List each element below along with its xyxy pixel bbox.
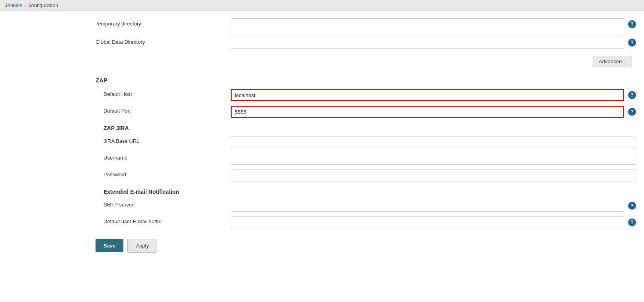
label-jira-base-url: JIRA Base URL	[103, 136, 231, 144]
advanced-row: Advanced...	[0, 52, 644, 71]
section-heading-email-notification: Extended E-mail Notification	[0, 184, 644, 197]
breadcrumb-current: configuration	[29, 2, 58, 8]
help-icon-default-port[interactable]: ?	[628, 108, 636, 116]
advanced-button[interactable]: Advanced...	[593, 56, 632, 67]
control-username	[231, 153, 636, 165]
control-default-host: ?	[231, 89, 636, 101]
label-username: Username	[103, 153, 231, 161]
control-smtp-server: ?	[231, 200, 636, 212]
section-heading-zap-jira: ZAP JIRA	[0, 120, 644, 134]
input-smtp-server[interactable]	[231, 200, 624, 212]
form-container: Temporary directory ? Global Data Direct…	[0, 11, 644, 269]
input-temporary-directory[interactable]	[231, 18, 624, 30]
help-icon-temporary-directory[interactable]: ?	[628, 20, 636, 28]
control-global-data-directory: ?	[231, 37, 636, 49]
form-row-jira-base-url: JIRA Base URL	[0, 134, 644, 150]
form-row-username: Username	[0, 150, 644, 167]
form-row-default-port: Default Port ?	[0, 103, 644, 120]
input-password[interactable]	[231, 170, 636, 181]
form-row-default-host: Default Host ?	[0, 87, 644, 103]
form-row-password: Password	[0, 167, 644, 184]
breadcrumb: Jenkins › configuration	[0, 0, 644, 11]
form-row-smtp-server: SMTP server ?	[0, 197, 644, 214]
save-button[interactable]: Save	[96, 239, 123, 252]
form-row-email-suffix: Default user E-mail suffix ?	[0, 214, 644, 231]
label-default-port: Default Port	[103, 106, 231, 114]
form-row-global-data-directory: Global Data Directory ?	[0, 33, 644, 52]
input-jira-base-url[interactable]	[231, 136, 636, 148]
help-icon-email-suffix[interactable]: ?	[628, 218, 636, 226]
label-smtp-server: SMTP server	[103, 200, 231, 208]
label-default-host: Default Host	[103, 89, 231, 97]
help-icon-smtp-server[interactable]: ?	[628, 202, 636, 210]
apply-button[interactable]: Apply	[127, 239, 157, 253]
input-global-data-directory[interactable]	[231, 37, 624, 49]
input-email-suffix[interactable]	[231, 216, 624, 228]
input-default-host[interactable]	[231, 89, 624, 101]
label-password: Password	[103, 170, 231, 177]
breadcrumb-separator: ›	[25, 3, 26, 8]
control-email-suffix: ?	[231, 216, 636, 228]
section-heading-zap: ZAP	[0, 71, 644, 87]
input-username[interactable]	[231, 153, 636, 165]
control-jira-base-url	[231, 136, 636, 148]
input-default-port[interactable]	[231, 106, 624, 118]
control-default-port: ?	[231, 106, 636, 118]
label-email-suffix: Default user E-mail suffix	[103, 216, 231, 224]
help-icon-default-host[interactable]: ?	[628, 91, 636, 99]
control-temporary-directory: ?	[231, 18, 636, 30]
control-password	[231, 170, 636, 181]
label-global-data-directory: Global Data Directory	[96, 37, 231, 45]
help-icon-global-data-directory[interactable]: ?	[628, 39, 636, 47]
form-row-temporary-directory: Temporary directory ?	[0, 15, 644, 33]
main-content: Temporary directory ? Global Data Direct…	[0, 11, 644, 302]
action-row: Save Apply	[0, 231, 644, 261]
label-temporary-directory: Temporary directory	[96, 18, 231, 27]
breadcrumb-home[interactable]: Jenkins	[5, 2, 22, 8]
